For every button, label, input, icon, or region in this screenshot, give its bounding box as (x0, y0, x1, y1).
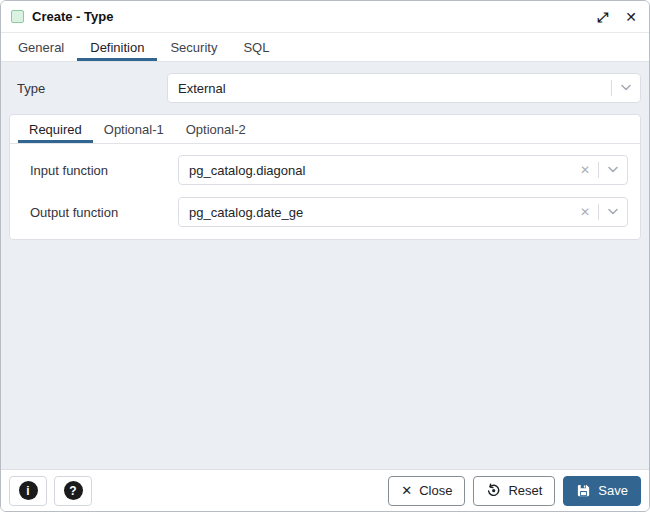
save-button[interactable]: Save (563, 476, 641, 506)
reset-button[interactable]: Reset (473, 476, 555, 506)
close-button[interactable]: ✕ Close (388, 476, 465, 506)
tab-definition[interactable]: Definition (77, 33, 157, 61)
output-function-select[interactable]: pg_catalog.date_ge ✕ (178, 197, 628, 227)
reset-button-label: Reset (508, 483, 542, 498)
save-button-label: Save (598, 483, 628, 498)
tab-sql[interactable]: SQL (230, 33, 282, 61)
save-icon (576, 483, 591, 498)
tab-general[interactable]: General (5, 33, 77, 61)
definition-subpanel: Required Optional-1 Optional-2 Input fun… (9, 114, 641, 240)
combo-divider (598, 204, 599, 220)
dialog-header: Create - Type ⤢ ✕ (1, 1, 649, 33)
type-row: Type External (9, 73, 641, 103)
combo-divider (611, 80, 612, 96)
dialog-title: Create - Type (32, 9, 113, 24)
subtab-optional-1[interactable]: Optional-1 (93, 115, 175, 143)
type-object-icon (11, 10, 24, 23)
dialog-footer: i ? ✕ Close Reset (1, 469, 649, 511)
type-label: Type (9, 81, 167, 96)
output-function-row: Output function pg_catalog.date_ge ✕ (22, 197, 628, 227)
input-function-label: Input function (22, 163, 178, 178)
info-icon: i (19, 481, 38, 500)
chevron-down-icon[interactable] (607, 166, 619, 174)
output-function-value: pg_catalog.date_ge (189, 205, 580, 220)
chevron-down-icon[interactable] (607, 208, 619, 216)
type-value: External (178, 81, 611, 96)
input-function-value: pg_catalog.diagonal (189, 163, 580, 178)
chevron-down-icon[interactable] (620, 84, 632, 92)
main-tabbar: General Definition Security SQL (1, 33, 649, 62)
clear-icon[interactable]: ✕ (580, 164, 590, 176)
tab-security[interactable]: Security (157, 33, 230, 61)
output-function-label: Output function (22, 205, 178, 220)
subtab-required[interactable]: Required (18, 115, 93, 143)
close-button-label: Close (419, 483, 452, 498)
type-select[interactable]: External (167, 73, 641, 103)
help-icon: ? (64, 481, 83, 500)
info-button[interactable]: i (9, 476, 47, 506)
maximize-icon[interactable]: ⤢ (597, 10, 608, 24)
sub-tabbar: Required Optional-1 Optional-2 (10, 115, 640, 144)
reset-icon (486, 483, 501, 498)
clear-icon[interactable]: ✕ (580, 206, 590, 218)
dialog-body: Type External Required Optional-1 Option… (1, 62, 649, 469)
required-tab-content: Input function pg_catalog.diagonal ✕ (10, 144, 640, 239)
close-dialog-icon[interactable]: ✕ (625, 10, 637, 24)
help-button[interactable]: ? (54, 476, 92, 506)
header-actions: ⤢ ✕ (597, 10, 637, 24)
subtab-optional-2[interactable]: Optional-2 (175, 115, 257, 143)
input-function-select[interactable]: pg_catalog.diagonal ✕ (178, 155, 628, 185)
close-icon: ✕ (401, 484, 412, 497)
input-function-row: Input function pg_catalog.diagonal ✕ (22, 155, 628, 185)
combo-divider (598, 162, 599, 178)
create-type-dialog: Create - Type ⤢ ✕ General Definition Sec… (0, 0, 650, 512)
